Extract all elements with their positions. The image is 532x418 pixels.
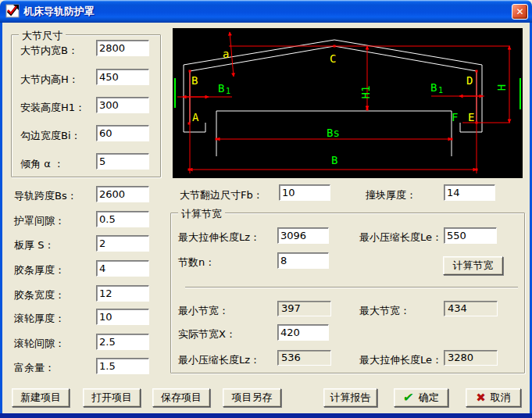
calc-report-button[interactable]: 计算报告 [323,388,377,407]
label-min-compress-lz: 最小压缩长度Lz： [178,353,260,367]
input-rail-span-bs[interactable] [96,186,149,202]
open-project-label: 打开项目 [91,391,132,405]
app-icon [5,4,20,18]
new-project-button[interactable]: 新建项目 [12,388,70,407]
input-block-thickness[interactable] [444,184,495,201]
input-section-count-n[interactable] [277,252,329,269]
label-block-thickness: 撞块厚度： [366,188,416,202]
ok-label: 确定 [419,391,439,405]
input-install-height-h1[interactable] [96,97,149,113]
input-max-stretch-lz[interactable] [277,227,329,244]
diagram-label-f-point: F [452,111,458,123]
label-max-section-width: 最大节宽： [359,304,410,318]
label-section-count-n: 节数n： [178,255,215,270]
open-project-button[interactable]: 打开项目 [83,388,141,407]
readonly-max-section-width: 434 [444,301,498,316]
window-title: 机床导轨防护罩 [23,5,95,19]
save-project-button[interactable]: 保存项目 [152,388,210,407]
label-cover-clearance: 护罩间隙： [14,214,65,228]
cancel-label: 取消 [491,391,511,405]
dialog-window: 机床导轨防护罩 ✕ 大节尺寸 大节内宽B： 大节内高H： 安装高度H1： 勾边宽… [0,0,532,418]
label-install-height-h1: 安装高度H1： [20,101,85,115]
diagram-label-e-point: E [468,111,474,123]
ok-check-icon: ✔ [402,392,414,403]
label-incline-angle: 倾角 α ： [20,157,64,171]
label-roller-thickness: 滚轮厚度： [14,312,65,326]
label-rail-span-bs: 导轨跨度Bs： [14,189,77,203]
calc-width-button[interactable]: 计算节宽 [443,256,503,275]
diagram-label-b1-left: B [218,82,224,95]
label-min-compress-le: 最小压缩长度Le： [359,230,442,245]
diagram-label-b-point: B [191,74,198,87]
titlebar[interactable]: 机床导轨防护罩 ✕ [0,0,532,23]
cancel-button[interactable]: ✖ 取消 [466,388,521,407]
diagram-label-b1-right: B [430,81,437,94]
diagram-label-bs-dim: Bs [327,127,340,139]
label-inner-height-h: 大节内高H： [20,73,79,87]
close-button[interactable]: ✕ [512,4,528,20]
diagram-label-c-point: C [330,52,336,65]
save-project-as-label: 项目另存 [232,391,273,405]
input-surplus[interactable] [96,358,149,374]
close-icon: ✕ [516,6,523,17]
new-project-label: 新建项目 [20,391,61,405]
readonly-min-compress-lz: 536 [277,350,331,366]
label-max-stretch-lz: 最大拉伸长度Lz： [178,230,260,245]
label-roller-clearance: 滚轮间隙： [14,337,65,351]
diagram-label-h-dim: H [495,84,508,91]
input-cover-clearance[interactable] [96,211,149,227]
diagram-label-b1-left-sub: 1 [226,87,230,95]
input-incline-angle[interactable] [96,153,149,170]
calc-group-divider [185,287,518,288]
input-min-compress-le[interactable] [444,227,497,244]
label-flange-size-fb: 大节翻边尺寸Fb： [180,188,263,202]
save-project-label: 保存项目 [161,391,202,405]
calc-width-button-label: 计算节宽 [453,259,494,273]
diagram-label-alpha: a [223,48,229,60]
label-actual-section-width-x: 实际节宽X： [178,327,236,341]
input-roller-clearance[interactable] [96,334,149,350]
input-hook-width-bi[interactable] [96,125,149,141]
readonly-min-section-width: 397 [277,301,331,316]
input-flange-size-fb[interactable] [279,184,330,201]
group-section-size-title: 大节尺寸 [19,29,66,43]
cancel-x-icon: ✖ [476,392,486,403]
input-strip-thickness[interactable] [96,260,149,277]
diagram-canvas: a B A C D E F B 1 B 1 H1 H Bs B [173,28,523,178]
label-strip-width: 胶条宽度： [14,288,65,302]
window-border-left [0,23,2,413]
input-inner-width-b[interactable] [96,40,149,56]
window-border-bottom [0,413,532,418]
input-strip-width[interactable] [96,285,149,302]
label-min-section-width: 最小节宽： [178,304,229,318]
input-plate-thickness-s[interactable] [96,235,149,252]
label-max-stretch-le: 最大拉伸长度Le： [359,353,442,367]
calc-report-label: 计算报告 [330,391,371,405]
diagram-label-d-point: D [466,74,473,87]
readonly-max-stretch-le: 3280 [444,350,498,366]
diagram-label-a-point: A [192,111,199,123]
label-hook-width-bi: 勾边宽度Bi： [20,129,81,143]
label-strip-thickness: 胶条厚度： [14,263,65,277]
input-actual-section-width-x[interactable] [277,324,329,341]
label-surplus: 富余量： [14,361,55,375]
ok-button[interactable]: ✔ 确定 [394,388,448,407]
save-project-as-button[interactable]: 项目另存 [223,388,281,407]
label-inner-width-b: 大节内宽B： [20,44,78,58]
label-plate-thickness-s: 板厚 S： [14,238,54,252]
diagram-drawing: a B A C D E F B 1 B 1 H1 H Bs B [173,28,523,178]
diagram-label-b-dim: B [331,154,337,166]
diagram-label-h1-dim: H1 [359,86,372,99]
input-roller-thickness[interactable] [96,309,149,325]
diagram-label-b1-right-sub: 1 [438,86,443,95]
input-inner-height-h[interactable] [96,69,149,85]
group-calc-width-title: 计算节宽 [178,207,225,221]
